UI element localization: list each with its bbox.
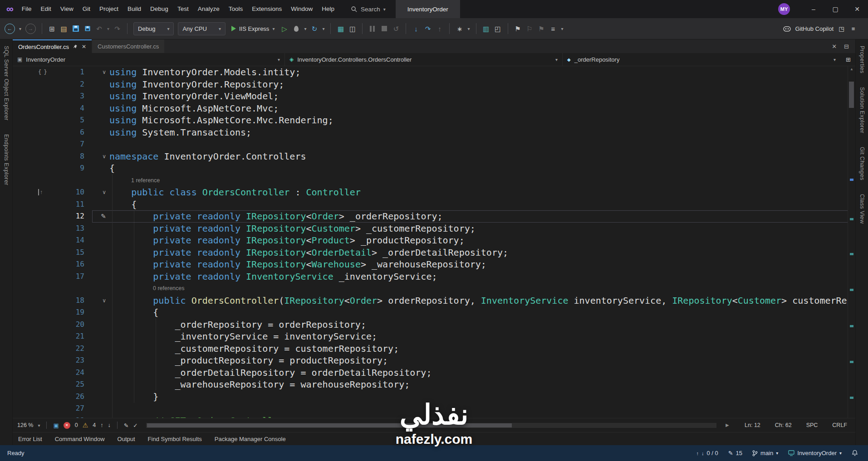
- member-dropdown[interactable]: ◆ _orderRepository ▾ ⊞: [563, 53, 855, 66]
- line-number[interactable]: 15: [58, 247, 84, 259]
- column-indicator[interactable]: Ch: 62: [775, 422, 792, 428]
- tool-tab-solution-explorer[interactable]: Solution Explorer: [859, 87, 865, 133]
- undo-icon[interactable]: ↶: [95, 23, 103, 34]
- code-line-14[interactable]: 14 private readonly IRepository<Product>…: [13, 234, 848, 247]
- horizontal-scrollbar-thumb[interactable]: [147, 423, 512, 427]
- step-into-icon[interactable]: ↓: [412, 23, 420, 34]
- line-number[interactable]: 7: [58, 138, 84, 150]
- line-number[interactable]: 18: [58, 295, 84, 307]
- panel-tab-package-manager-console[interactable]: Package Manager Console: [209, 436, 291, 442]
- tool-tab-properties[interactable]: Properties: [859, 46, 865, 73]
- code-line-6[interactable]: 6 using System.Transactions;: [13, 126, 848, 139]
- split-window-icon[interactable]: ◫: [348, 23, 356, 34]
- save-all-icon[interactable]: [83, 23, 91, 34]
- solution-name[interactable]: InventoryOrder: [396, 0, 460, 18]
- line-number[interactable]: 1: [58, 66, 84, 78]
- code-line-20[interactable]: 20 _orderRepository = orderRepository;: [13, 319, 848, 331]
- code-line-12[interactable]: 12 ✎ private readonly IRepository<Order>…: [13, 210, 848, 223]
- panel-tab-command-window[interactable]: Command Window: [49, 436, 110, 442]
- tab-orderscontroller-cs[interactable]: OrdersController.cs ✕: [13, 39, 92, 53]
- code-line-28[interactable]: 28 // GET: OrdersController: [13, 415, 848, 418]
- line-number[interactable]: 5: [58, 114, 84, 126]
- tool-tab-endpoints-explorer[interactable]: Endpoints Explorer: [3, 134, 10, 185]
- previous-bookmark-icon[interactable]: ⚐: [526, 23, 534, 34]
- code-line-1[interactable]: { } 1 ∨ using InventoryOrder.Models.inti…: [13, 66, 848, 78]
- code-cleanup-dropdown-icon[interactable]: ▾: [467, 26, 470, 31]
- panel-tab-output[interactable]: Output: [112, 436, 141, 442]
- code-line-3[interactable]: 3 using InventoryOrder.ViewModel;: [13, 90, 848, 102]
- line-number[interactable]: 21: [58, 330, 84, 343]
- line-number[interactable]: 19: [58, 306, 84, 319]
- line-number[interactable]: 10: [58, 186, 84, 199]
- account-avatar[interactable]: MY: [778, 3, 790, 15]
- code-line-7[interactable]: 7: [13, 138, 848, 150]
- type-dropdown[interactable]: ◈ InventoryOrder.Controllers.OrdersContr…: [285, 53, 563, 66]
- menu-test[interactable]: Test: [173, 0, 193, 18]
- code-line-24[interactable]: 24 _orderDetailRepository = orderDetailR…: [13, 367, 848, 379]
- next-issue-icon[interactable]: ↓: [108, 422, 111, 428]
- code-line-25[interactable]: 25 _warehouseRepository = warehouseRepos…: [13, 379, 848, 391]
- tab-customerscontroller-cs[interactable]: CustomersController.cs: [92, 39, 164, 53]
- code-line-23[interactable]: 23 _productRepository = productRepositor…: [13, 354, 848, 367]
- line-number[interactable]: 4: [58, 102, 84, 115]
- menu-help[interactable]: Help: [317, 0, 339, 18]
- line-number[interactable]: 26: [58, 391, 84, 403]
- menu-analyze[interactable]: Analyze: [193, 0, 224, 18]
- code-line-10[interactable]: ↑ 10 ∨ public class OrdersController : C…: [13, 186, 848, 199]
- minimize-button[interactable]: –: [803, 0, 824, 18]
- start-without-debugging-icon[interactable]: ▷: [280, 23, 288, 34]
- code-line-13[interactable]: 13 private readonly IRepository<Customer…: [13, 223, 848, 235]
- menu-file[interactable]: File: [17, 0, 36, 18]
- line-number[interactable]: 3: [58, 90, 84, 102]
- start-debugging-button[interactable]: IIS Express ▾: [230, 25, 277, 32]
- document-health-icon[interactable]: ▣: [53, 422, 59, 429]
- close-document-icon[interactable]: ✕: [832, 43, 837, 50]
- window-layout-icon[interactable]: ⊟: [844, 43, 849, 50]
- edit-marker-icon[interactable]: ✎: [124, 422, 128, 429]
- menu-build[interactable]: Build: [123, 0, 146, 18]
- undo-dropdown-icon[interactable]: ▾: [107, 26, 109, 31]
- break-all-icon[interactable]: [368, 23, 376, 34]
- menu-tools[interactable]: Tools: [224, 0, 248, 18]
- task-list-icon[interactable]: ≡: [549, 23, 557, 34]
- pending-changes-button[interactable]: ✎ 15: [728, 450, 742, 456]
- horizontal-scrollbar[interactable]: [146, 423, 716, 428]
- tool-tab-git-changes[interactable]: Git Changes: [859, 147, 865, 180]
- branch-selector[interactable]: main ▾: [752, 450, 778, 456]
- tool-tab-sql-server-object-explorer[interactable]: SQL Server Object Explorer: [3, 46, 10, 121]
- menu-project[interactable]: Project: [95, 0, 123, 18]
- vertical-scrollbar[interactable]: ▲: [848, 66, 855, 418]
- warning-count[interactable]: 4: [93, 422, 96, 428]
- line-number[interactable]: 9: [58, 162, 84, 175]
- code-check-icon[interactable]: ✓: [133, 422, 137, 429]
- line-number[interactable]: 27: [58, 403, 84, 415]
- code-line-26[interactable]: 26 }: [13, 391, 848, 403]
- code-line-27[interactable]: 27: [13, 403, 848, 415]
- redo-icon[interactable]: ↷: [113, 23, 121, 34]
- line-number[interactable]: 14: [58, 234, 84, 247]
- visual-studio-logo-icon[interactable]: ∞: [6, 3, 14, 15]
- code-line-16[interactable]: 16 private readonly IRepository<Warehous…: [13, 258, 848, 271]
- line-number[interactable]: 28: [58, 415, 84, 418]
- panel-tab-find-symbol-results[interactable]: Find Symbol Results: [142, 436, 207, 442]
- line-number[interactable]: 22: [58, 343, 84, 355]
- preview-window-icon[interactable]: ▦: [337, 23, 344, 34]
- zoom-level[interactable]: 126 %: [17, 422, 33, 428]
- line-number[interactable]: 17: [58, 271, 84, 283]
- next-bookmark-icon[interactable]: ⚑: [538, 23, 545, 34]
- code-line-22[interactable]: 22 _customerRepository = customerReposit…: [13, 343, 848, 355]
- maximize-button[interactable]: ▢: [824, 0, 846, 18]
- code-line-19[interactable]: 19 {: [13, 306, 848, 319]
- error-icon[interactable]: ✕: [64, 422, 70, 429]
- menu-debug[interactable]: Debug: [146, 0, 173, 18]
- restart-application-icon[interactable]: ↻: [310, 23, 318, 34]
- close-button[interactable]: ✕: [846, 0, 868, 18]
- code-line-5[interactable]: 5 using Microsoft.AspNetCore.Mvc.Renderi…: [13, 114, 848, 126]
- warning-icon[interactable]: ⚠: [83, 422, 88, 429]
- fold-chevron-icon[interactable]: ∨: [102, 297, 106, 304]
- scroll-up-icon[interactable]: ▲: [848, 67, 855, 71]
- code-editor[interactable]: { } 1 ∨ using InventoryOrder.Models.inti…: [13, 66, 855, 418]
- tool-tab-class-view[interactable]: Class View: [859, 194, 865, 224]
- toolbar-options-icon[interactable]: ▾: [561, 26, 564, 31]
- line-number[interactable]: 25: [58, 379, 84, 391]
